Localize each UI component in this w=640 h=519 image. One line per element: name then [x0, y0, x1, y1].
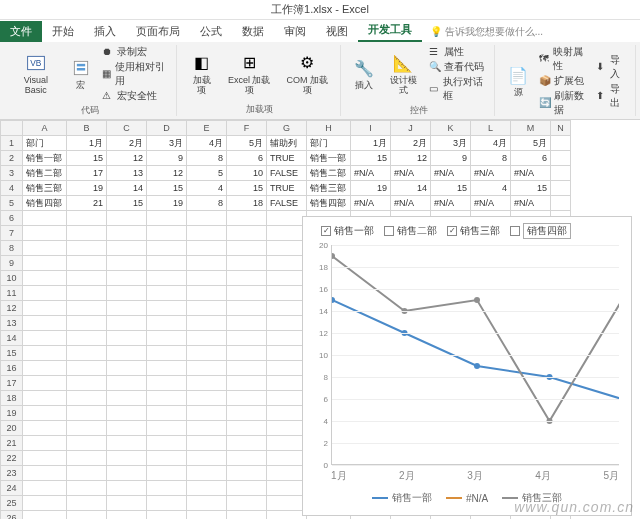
cell[interactable] [67, 451, 107, 466]
cell[interactable] [267, 211, 307, 226]
cell[interactable] [551, 151, 571, 166]
cell[interactable]: 3月 [147, 136, 187, 151]
row-header[interactable]: 11 [1, 286, 23, 301]
visual-basic-button[interactable]: VB Visual Basic [10, 50, 62, 98]
cell[interactable]: 销售三部 [23, 181, 67, 196]
cell[interactable]: 8 [471, 151, 511, 166]
cell[interactable] [67, 271, 107, 286]
cell[interactable]: 4 [471, 181, 511, 196]
cell[interactable]: 4月 [187, 136, 227, 151]
cell[interactable] [23, 391, 67, 406]
col-header[interactable]: G [267, 121, 307, 136]
cell[interactable] [107, 481, 147, 496]
cell[interactable]: 3月 [431, 136, 471, 151]
worksheet[interactable]: ABCDEFGHIJKLMN1部门1月2月3月4月5月辅助列部门1月2月3月4月… [0, 120, 640, 519]
cell[interactable]: #N/A [431, 196, 471, 211]
row-header[interactable]: 20 [1, 421, 23, 436]
cell[interactable] [67, 436, 107, 451]
cell[interactable] [67, 211, 107, 226]
cell[interactable] [67, 406, 107, 421]
select-all[interactable] [1, 121, 23, 136]
cell[interactable] [107, 496, 147, 511]
cell[interactable]: 12 [107, 151, 147, 166]
cell[interactable] [267, 226, 307, 241]
cell[interactable] [147, 241, 187, 256]
cell[interactable]: 2月 [391, 136, 431, 151]
cell[interactable] [107, 286, 147, 301]
row-header[interactable]: 14 [1, 331, 23, 346]
embedded-chart[interactable]: ✓销售一部销售二部✓销售三部销售四部 02468101214161820 1月2… [302, 216, 632, 516]
row-header[interactable]: 8 [1, 241, 23, 256]
cell[interactable]: 辅助列 [267, 136, 307, 151]
cell[interactable]: 4月 [471, 136, 511, 151]
cell[interactable]: TRUE [267, 151, 307, 166]
cell[interactable] [147, 481, 187, 496]
cell[interactable] [227, 211, 267, 226]
row-header[interactable]: 6 [1, 211, 23, 226]
cell[interactable]: 8 [187, 196, 227, 211]
cell[interactable] [67, 226, 107, 241]
cell[interactable] [267, 391, 307, 406]
tab-developer[interactable]: 开发工具 [358, 19, 422, 42]
cell[interactable] [187, 451, 227, 466]
cell[interactable] [551, 181, 571, 196]
cell[interactable]: 销售四部 [23, 196, 67, 211]
cell[interactable] [267, 406, 307, 421]
cell[interactable] [67, 286, 107, 301]
cell[interactable]: 21 [67, 196, 107, 211]
cell[interactable] [147, 316, 187, 331]
cell[interactable] [227, 241, 267, 256]
cell[interactable] [67, 256, 107, 271]
cell[interactable] [67, 301, 107, 316]
row-header[interactable]: 24 [1, 481, 23, 496]
cell[interactable] [267, 421, 307, 436]
cell[interactable] [267, 511, 307, 520]
cell[interactable] [67, 391, 107, 406]
cell[interactable]: 4 [187, 181, 227, 196]
xml-source-button[interactable]: 📄源 [503, 62, 533, 100]
col-header[interactable]: I [351, 121, 391, 136]
cell[interactable] [187, 421, 227, 436]
import-button[interactable]: ⬇导入 [594, 53, 629, 81]
properties-button[interactable]: ☰属性 [427, 45, 488, 59]
cell[interactable] [23, 256, 67, 271]
legend-checkbox[interactable]: ✓销售三部 [447, 223, 500, 239]
cell[interactable]: 12 [147, 166, 187, 181]
cell[interactable] [23, 316, 67, 331]
cell[interactable]: TRUE [267, 181, 307, 196]
cell[interactable] [147, 226, 187, 241]
cell[interactable] [187, 286, 227, 301]
cell[interactable] [187, 376, 227, 391]
cell[interactable]: 9 [147, 151, 187, 166]
refresh-button[interactable]: 🔄刷新数据 [537, 89, 590, 117]
row-header[interactable]: 23 [1, 466, 23, 481]
cell[interactable] [67, 346, 107, 361]
cell[interactable]: 6 [511, 151, 551, 166]
cell[interactable] [187, 211, 227, 226]
cell[interactable]: 销售一部 [23, 151, 67, 166]
cell[interactable]: 9 [431, 151, 471, 166]
cell[interactable]: #N/A [471, 196, 511, 211]
cell[interactable] [227, 226, 267, 241]
record-macro-button[interactable]: ⏺录制宏 [100, 45, 171, 59]
cell[interactable] [267, 316, 307, 331]
cell[interactable]: 15 [511, 181, 551, 196]
cell[interactable]: #N/A [351, 196, 391, 211]
cell[interactable] [267, 436, 307, 451]
cell[interactable] [67, 481, 107, 496]
cell[interactable] [23, 481, 67, 496]
row-header[interactable]: 18 [1, 391, 23, 406]
cell[interactable] [107, 346, 147, 361]
cell[interactable] [23, 331, 67, 346]
cell[interactable] [227, 451, 267, 466]
cell[interactable] [227, 286, 267, 301]
cell[interactable]: 部门 [307, 136, 351, 151]
macros-button[interactable]: 宏 [66, 55, 96, 93]
cell[interactable]: 6 [227, 151, 267, 166]
cell[interactable]: 部门 [23, 136, 67, 151]
cell[interactable] [23, 451, 67, 466]
addins-button[interactable]: ◧加载项 [185, 50, 217, 98]
cell[interactable]: 5 [187, 166, 227, 181]
cell[interactable] [23, 406, 67, 421]
col-header[interactable]: N [551, 121, 571, 136]
